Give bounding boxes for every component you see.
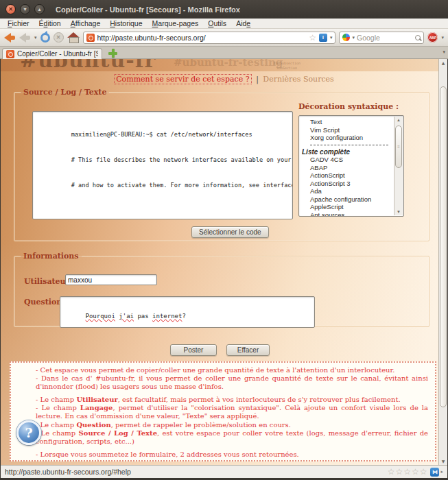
syntax-option[interactable]: Text — [300, 118, 392, 126]
source-textarea[interactable]: maximilien@PC-BUREAU:~$ cat /etc/network… — [32, 111, 293, 219]
menu-bar: Fichier Édition Affichage Historique Mar… — [0, 19, 448, 29]
menu-item-accel: H — [110, 19, 115, 27]
syntax-option[interactable]: Xorg configuration — [300, 134, 392, 142]
help-line: - Le champ Source / Log / Texte, est vot… — [36, 429, 428, 446]
url-bar[interactable]: http://paste.ubuntu-fr-secours.org/ ☆ i … — [83, 32, 336, 44]
menu-item-accel: e — [246, 19, 250, 27]
syntax-option[interactable]: Ada — [300, 187, 392, 195]
code-line: # and how to activate them. For more inf… — [36, 164, 290, 189]
scroll-down-icon[interactable]: ▼ — [439, 459, 447, 464]
syntax-option-label: ABAP — [310, 164, 327, 171]
new-tab-button[interactable] — [108, 49, 117, 58]
syntax-option-label: Apache configuration — [310, 195, 371, 203]
syntax-option[interactable]: AppleScript — [300, 203, 392, 211]
help-line: - Le champ Langage, permet d'utiliser la… — [36, 404, 428, 420]
scrollbar-thumb[interactable] — [440, 86, 447, 407]
code-line: # This file describes the network interf… — [36, 139, 290, 165]
question-segment: Pourquoi — [86, 313, 115, 320]
syntax-option[interactable]: Vim Script — [300, 126, 392, 134]
home-button[interactable] — [67, 32, 80, 43]
scrollbar-thumb[interactable]: ≡ — [395, 125, 402, 168]
menu-item[interactable]: Édition — [34, 19, 66, 27]
syntax-option-label: ActionScript 3 — [310, 180, 351, 187]
menu-item[interactable]: Historique — [105, 19, 147, 27]
tab-bar: Copier/Coller - Ubuntu-fr [Seco... ▾ — [0, 47, 448, 59]
syntax-option[interactable]: ABAP — [300, 164, 392, 172]
menu-item[interactable]: Affichage — [66, 19, 106, 27]
search-icon[interactable] — [415, 35, 421, 40]
help-text-segment: - Le champ — [36, 421, 76, 429]
informations-fieldset: Informations Utilisateur : Question : Po… — [14, 252, 429, 327]
navigation-toolbar: ▾ ✕ http://paste.ubuntu-fr-secours.org/ … — [0, 29, 448, 47]
reload-button[interactable] — [40, 33, 50, 43]
syntax-option-label: AppleScript — [310, 203, 344, 211]
syntax-option[interactable] — [300, 142, 392, 148]
post-button[interactable]: Poster — [170, 344, 217, 356]
help-box: ? - Cet espace vous permet de copier/col… — [10, 361, 436, 461]
question-segment: j'ai — [119, 313, 134, 320]
select-code-button[interactable]: Sélectionner le code — [191, 226, 269, 238]
minimize-button[interactable]: ▾ — [20, 4, 30, 14]
menu-item[interactable]: Fichier — [3, 19, 34, 27]
menu-item-text: ition — [47, 19, 60, 27]
menu-item[interactable]: Aide — [231, 19, 255, 27]
syntax-option[interactable]: ActionScript 3 — [300, 180, 392, 188]
syntax-option-list: Text Vim Script Xorg configuration Liste… — [300, 118, 392, 217]
close-button[interactable]: ✕ — [5, 4, 16, 14]
maximize-button[interactable]: ▴ — [34, 4, 45, 14]
syntax-option[interactable]: Apache configuration — [300, 195, 392, 204]
help-text-segment: , permet de rappeler le problème/solutio… — [111, 421, 291, 429]
active-tab[interactable]: Copier/Coller - Ubuntu-fr [Seco... — [2, 48, 102, 59]
search-placeholder[interactable]: Google — [357, 34, 413, 42]
clear-button[interactable]: Effacer — [226, 344, 270, 356]
tab-list-dropdown-icon[interactable]: ▾ — [443, 49, 445, 55]
adblock-dropdown-icon[interactable]: ▾ — [441, 35, 444, 40]
syntax-option[interactable]: ActionScript — [300, 171, 392, 180]
search-engine-dropdown-icon[interactable]: ▾ — [352, 35, 355, 40]
syntax-option[interactable]: GADV 4CS — [300, 156, 392, 164]
syntax-option-label: Apt sources — [310, 211, 344, 217]
scroll-up-icon[interactable]: ▲ — [394, 118, 403, 122]
syntax-option-label: ActionScript — [310, 171, 345, 179]
watermark-text: SubSection — [276, 66, 297, 70]
menu-item[interactable]: Outils — [203, 19, 231, 27]
menu-item[interactable]: Marque-pages — [148, 19, 204, 27]
help-text-segment: - Cet espace vous permet de copier/colle… — [36, 366, 394, 374]
syntax-listbox[interactable]: Text Vim Script Xorg configuration Liste… — [298, 115, 404, 217]
urlbar-action-icon[interactable]: i — [319, 34, 327, 42]
stop-button[interactable]: ✕ — [54, 32, 64, 43]
syntax-option[interactable]: Liste complète — [300, 148, 392, 156]
syntax-option-label: Liste complète — [302, 148, 350, 156]
code-segment: # and how to activate them. For more inf… — [71, 182, 293, 189]
help-link[interactable]: Comment se servir de cet espace ? — [114, 74, 251, 84]
help-text-segment: - Le champ — [36, 404, 80, 411]
url-text[interactable]: http://paste.ubuntu-fr-secours.org/ — [97, 34, 307, 42]
listbox-scrollbar[interactable]: ▲ ≡ ▼ — [394, 117, 403, 215]
page-scrollbar[interactable]: ▲ ▼ — [438, 59, 447, 465]
scroll-up-icon[interactable]: ▲ — [439, 60, 447, 65]
rating-stars-icon[interactable]: ☆☆☆☆☆ — [388, 467, 428, 477]
site-favicon-icon — [86, 34, 95, 42]
page-content: #ubuntu-fr #ubuntu-fr-testing EndSubsect… — [1, 59, 447, 465]
question-textarea[interactable]: Pourquoi j'ai pas internet? — [60, 296, 315, 328]
adblock-icon[interactable]: ABP — [427, 32, 438, 43]
search-bar[interactable]: ▾ Google — [339, 32, 424, 44]
xmarks-icon[interactable]: ⋈ — [430, 468, 439, 477]
history-dropdown-icon[interactable]: ▾ — [34, 35, 37, 40]
code-line: # The loopback network interface — [36, 214, 290, 219]
syntax-option-label: Xorg configuration — [310, 134, 363, 141]
scroll-down-icon[interactable]: ▼ — [394, 210, 403, 214]
menu-item-text: arque-pages — [158, 19, 198, 27]
username-input[interactable] — [65, 274, 157, 285]
urlbar-dropdown-icon[interactable]: ▾ — [330, 35, 333, 40]
forward-button[interactable] — [19, 33, 31, 43]
latest-sources-link[interactable]: Dernières Sources — [263, 75, 333, 84]
menu-item-text: ffichage — [75, 19, 101, 27]
code-line — [36, 189, 290, 215]
bookmark-star-icon[interactable]: ☆ — [309, 34, 316, 42]
page-nav: Comment se servir de cet espace ? | Dern… — [1, 75, 447, 84]
syntax-option[interactable]: Apt sources — [300, 211, 392, 217]
menu-item-text: É — [39, 19, 44, 27]
back-button[interactable] — [4, 33, 16, 43]
question-segment: ? — [182, 313, 185, 320]
